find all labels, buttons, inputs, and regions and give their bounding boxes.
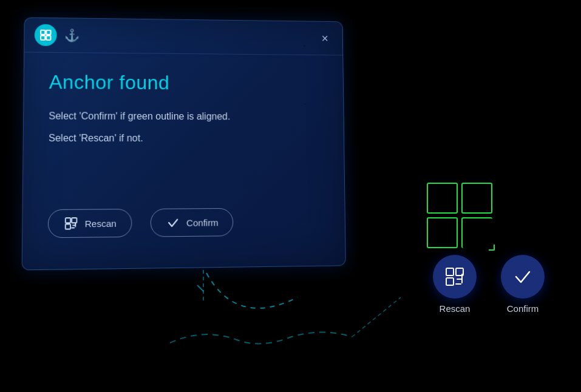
svg-rect-0 bbox=[41, 30, 45, 35]
confirm-checkmark-icon bbox=[166, 215, 180, 231]
anchor-ar-box bbox=[423, 179, 496, 252]
ar-confirm-label: Confirm bbox=[507, 303, 539, 314]
arc-connector bbox=[146, 267, 328, 340]
ar-button-row: Rescan Confirm bbox=[433, 255, 545, 314]
ar-rescan-group: Rescan bbox=[433, 255, 477, 314]
anchor-icon: ⚓ bbox=[64, 28, 80, 42]
ar-confirm-group: Confirm bbox=[501, 255, 545, 314]
svg-line-7 bbox=[197, 285, 203, 291]
svg-rect-10 bbox=[446, 278, 454, 285]
anchor-cell-tr bbox=[461, 183, 492, 214]
anchor-cell-br bbox=[461, 217, 492, 248]
anchor-found-dialog: ⚓ × Anchor found Select 'Confirm' if gre… bbox=[22, 17, 346, 270]
rescan-button[interactable]: Rescan bbox=[48, 209, 132, 238]
dialog-button-row: Rescan Confirm bbox=[22, 196, 258, 251]
dialog-title-bar: ⚓ × bbox=[24, 18, 342, 55]
svg-rect-8 bbox=[446, 268, 454, 275]
svg-rect-5 bbox=[72, 218, 76, 223]
svg-rect-1 bbox=[46, 30, 50, 35]
dialog-content: Anchor found Select 'Confirm' if green o… bbox=[23, 52, 344, 171]
ar-rescan-button[interactable] bbox=[433, 255, 477, 299]
confirm-label: Confirm bbox=[186, 217, 219, 228]
rescan-label: Rescan bbox=[85, 218, 117, 229]
dialog-instruction-2: Select 'Rescan' if not. bbox=[49, 130, 321, 146]
dialog-instruction-1: Select 'Confirm' if green outline is ali… bbox=[49, 108, 320, 124]
svg-line-12 bbox=[352, 297, 401, 337]
confirm-button[interactable]: Confirm bbox=[151, 208, 234, 237]
ar-rescan-label: Rescan bbox=[440, 303, 471, 314]
svg-rect-3 bbox=[46, 36, 50, 40]
anchor-cell-bl bbox=[427, 217, 458, 248]
dialog-heading: Anchor found bbox=[49, 71, 320, 95]
rescan-icon bbox=[64, 216, 79, 231]
svg-rect-6 bbox=[66, 224, 70, 229]
anchor-cell-tl bbox=[427, 183, 458, 214]
svg-rect-2 bbox=[41, 36, 45, 40]
svg-rect-4 bbox=[66, 218, 70, 223]
close-button[interactable]: × bbox=[316, 30, 333, 46]
app-icon bbox=[35, 24, 57, 46]
ar-confirm-button[interactable] bbox=[501, 255, 545, 299]
